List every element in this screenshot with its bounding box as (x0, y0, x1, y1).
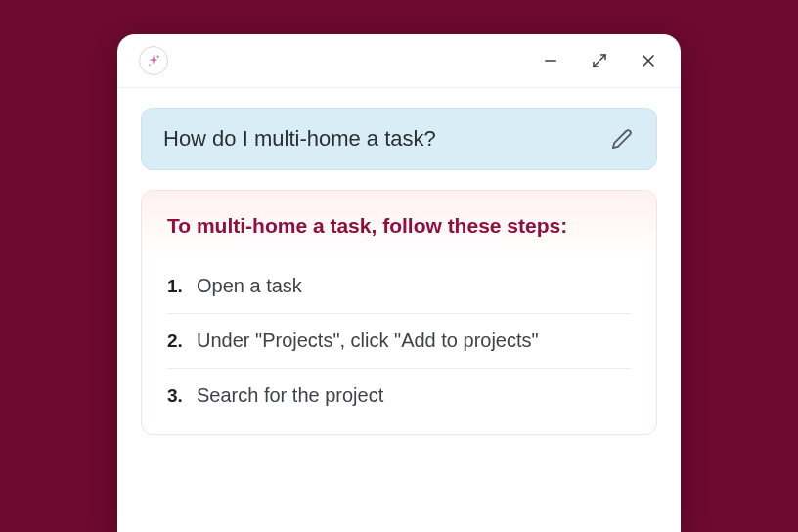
step-text: Open a task (197, 275, 302, 297)
step-text: Search for the project (197, 384, 383, 407)
list-item: 2. Under "Projects", click "Add to proje… (167, 314, 631, 369)
content-area: How do I multi-home a task? To multi-hom… (117, 88, 681, 455)
step-number: 1. (167, 276, 185, 297)
question-text: How do I multi-home a task? (163, 126, 436, 152)
close-button[interactable] (638, 50, 659, 71)
step-number: 3. (167, 385, 185, 407)
step-text: Under "Projects", click "Add to projects… (197, 330, 539, 352)
answer-steps: 1. Open a task 2. Under "Projects", clic… (142, 255, 656, 434)
answer-title: To multi-home a task, follow these steps… (167, 214, 631, 238)
list-item: 3. Search for the project (167, 369, 631, 422)
answer-header: To multi-home a task, follow these steps… (142, 191, 656, 255)
list-item: 1. Open a task (167, 259, 631, 314)
sparkle-icon (139, 46, 168, 75)
answer-card: To multi-home a task, follow these steps… (141, 190, 657, 435)
window-controls (540, 50, 659, 71)
edit-button[interactable] (609, 126, 635, 152)
titlebar (117, 34, 681, 88)
minimize-button[interactable] (540, 50, 561, 71)
question-card: How do I multi-home a task? (141, 108, 657, 170)
svg-line-1 (600, 55, 605, 60)
step-number: 2. (167, 331, 185, 352)
assistant-window: How do I multi-home a task? To multi-hom… (117, 34, 681, 532)
pencil-icon (611, 128, 633, 150)
expand-button[interactable] (589, 50, 610, 71)
svg-line-2 (594, 62, 598, 66)
